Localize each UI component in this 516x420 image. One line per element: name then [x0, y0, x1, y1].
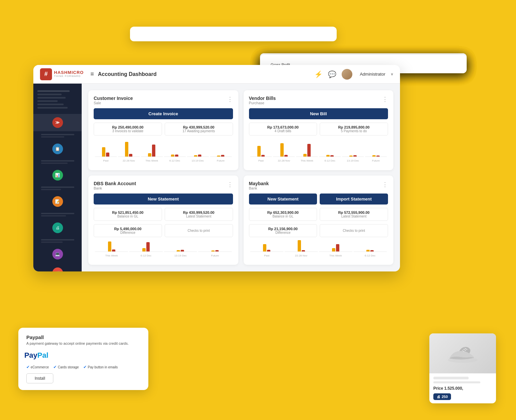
paypal-logo-area: PayPal: [26, 349, 140, 361]
chart-bars-thisweek: [148, 145, 155, 157]
vb-bar-red-thisweek: [307, 144, 311, 157]
logo-area: # HASHMICRO THINK FORWARD: [40, 68, 84, 80]
double-arrow-icon: ≫: [55, 120, 60, 125]
chart-group-nov: 22-28 Nov: [118, 142, 140, 162]
mb-chart-divider-nov: [285, 251, 318, 252]
paypal-feature-paybtn-label: Pay button in emails: [88, 365, 118, 369]
mb-chart-bars-past: [263, 244, 270, 251]
maybank-chart: Past 22-28 Nov: [249, 240, 388, 257]
sidebar-item-bills[interactable]: 📝: [33, 193, 82, 210]
settings-icon: 💻: [55, 252, 60, 256]
vb-chart-bars-thisweek: [303, 144, 311, 157]
dbs-new-statement-button[interactable]: New Statement: [94, 194, 233, 205]
paypal-feature-cards: ✔ Cards storage: [53, 365, 79, 369]
logo-box: #: [40, 68, 52, 80]
payments-to-do-label: 5 Payments to do: [323, 129, 384, 133]
paypal-feature-paybtn: ✔ Pay button in emails: [83, 365, 118, 369]
vb-chart-group-dec13: 13-19 Dec: [342, 155, 364, 162]
mb-chart-group-dec6: 6-12 Dec: [354, 250, 387, 257]
vb-bar-gold-nov: [280, 143, 284, 157]
customer-invoice-menu[interactable]: ⋮: [227, 96, 233, 103]
admin-chevron[interactable]: ∨: [391, 72, 393, 76]
sidebar-item-dashboard[interactable]: ≫: [33, 114, 82, 131]
chart-label-thisweek: This Week: [145, 159, 158, 162]
customer-invoice-title: Customer Invoice: [94, 96, 133, 101]
product-badge-icon: 🖨: [437, 395, 440, 399]
product-badge: 🖨 250: [433, 393, 451, 400]
sidebar-item-print[interactable]: 🖨: [33, 219, 82, 236]
maybank-import-statement-button[interactable]: Import Statement: [320, 194, 388, 205]
brand-name: HASHMICRO: [54, 70, 84, 75]
maybank-menu[interactable]: ⋮: [382, 181, 388, 188]
chart-group-dec13: 13-19 Dec: [187, 155, 209, 162]
customer-invoice-chart: Past 22-28 Nov: [94, 139, 233, 162]
mb-bar-gold-past: [263, 244, 266, 251]
dbs-menu[interactable]: ⋮: [227, 181, 233, 188]
mb-chart-label-dec6: 6-12 Dec: [365, 254, 375, 257]
menu-line-4: [37, 100, 58, 102]
paypal-logo-dark: Pay: [24, 351, 37, 359]
dbs-title-group: DBS Bank Account Bank: [94, 181, 136, 190]
sidebar-item-invoices[interactable]: 📋: [33, 140, 82, 158]
vb-chart-divider-future: [365, 157, 387, 157]
paypal-feature-ecommerce-label: eCommerce: [31, 365, 49, 369]
chat-icon[interactable]: 💬: [328, 70, 336, 78]
vb-chart-group-past: Past: [250, 146, 272, 162]
vendor-bills-menu[interactable]: ⋮: [382, 96, 388, 103]
dbs-chart-divider-thisweek: [95, 251, 128, 252]
dbs-chart-label-future: Future: [211, 254, 219, 257]
product-bar-1: [433, 377, 469, 379]
vendor-bills-title-group: Vendor Bills Purchase: [249, 96, 276, 105]
paypal-logo: PayPal: [26, 349, 46, 361]
profit-loss-card: Profit and Loss My Company Click to add …: [130, 27, 337, 41]
sidebar-icon-reports: 📊: [52, 170, 63, 181]
vendor-bills-header: Vendor Bills Purchase ⋮: [249, 96, 388, 105]
customer-invoice-card: Customer Invoice Sale ⋮ Create Invoice R…: [88, 90, 238, 170]
dbs-title: DBS Bank Account: [94, 181, 136, 186]
vb-chart-group-nov: 22-28 Nov: [273, 143, 295, 162]
menu-icon[interactable]: ≡: [90, 71, 94, 78]
vb-chart-group-thisweek: This Week: [296, 144, 318, 162]
avatar[interactable]: [342, 69, 352, 80]
vendor-bills-title: Vendor Bills: [249, 96, 276, 101]
mb-chart-group-nov: 22-28 Nov: [285, 240, 318, 257]
nav-icons: ⚡ 💬 Administrator ∨: [314, 69, 393, 80]
product-details: Price 1.525.000, 🖨 250: [429, 373, 496, 403]
paypal-features: ✔ eCommerce ✔ Cards storage ✔ Pay button…: [26, 365, 140, 369]
vb-chart-divider-dec13: [342, 157, 364, 157]
maybank-balance-amount: Rp 652,303,900.00: [253, 210, 314, 214]
sidebar-item-settings[interactable]: 💻: [33, 245, 82, 263]
maybank-new-statement-button[interactable]: New Statement: [249, 194, 317, 205]
vb-chart-label-dec6: 6-12 Dec: [324, 159, 335, 162]
vendor-bills-card: Vendor Bills Purchase ⋮ New Bill Rp 173,…: [244, 90, 394, 170]
bolt-icon[interactable]: ⚡: [314, 70, 323, 78]
mb-chart-divider-past: [250, 251, 283, 252]
mb-bar-gold-thisweek: [332, 248, 335, 251]
chart-group-past: Past: [95, 147, 117, 162]
dbs-chart-group-dec13: 13-19 Dec: [164, 250, 197, 257]
menu-line-6: [37, 107, 68, 109]
mb-chart-bars-thisweek: [332, 244, 339, 251]
maybank-difference-label: Difference: [253, 231, 314, 234]
paypal-install-button[interactable]: Install: [26, 373, 53, 383]
brand-text: HASHMICRO THINK FORWARD: [54, 70, 84, 78]
sidebar: ≫ 📋 📊: [33, 84, 82, 271]
vendor-bills-stats: Rp 173,673,000.00 4 Draft bills Rp 219,8…: [249, 123, 388, 136]
sidebar-item-reports[interactable]: 📊: [33, 167, 82, 184]
mb-bar-gold-nov: [298, 240, 301, 251]
dbs-chart-divider-future: [198, 251, 231, 252]
new-bill-button[interactable]: New Bill: [249, 108, 388, 119]
menu-line-1: [37, 90, 70, 92]
chart-icon: 📊: [55, 173, 60, 178]
vb-bar-gold-past: [257, 146, 261, 157]
sidebar-item-shop[interactable]: 🛒: [33, 264, 82, 271]
chart-divider-dec6: [164, 157, 186, 157]
chart-divider-nov: [118, 157, 140, 157]
maybank-checks-label: Checks to print: [323, 229, 384, 232]
paypal-card: Paypall A payment gateway to accept onli…: [18, 328, 148, 390]
product-image: [429, 333, 496, 373]
create-invoice-button[interactable]: Create Invoice: [94, 108, 233, 119]
dbs-chart-divider-dec6: [129, 251, 162, 252]
menu-line-5: [37, 104, 64, 105]
check-icon-paybtn: ✔: [83, 365, 87, 369]
